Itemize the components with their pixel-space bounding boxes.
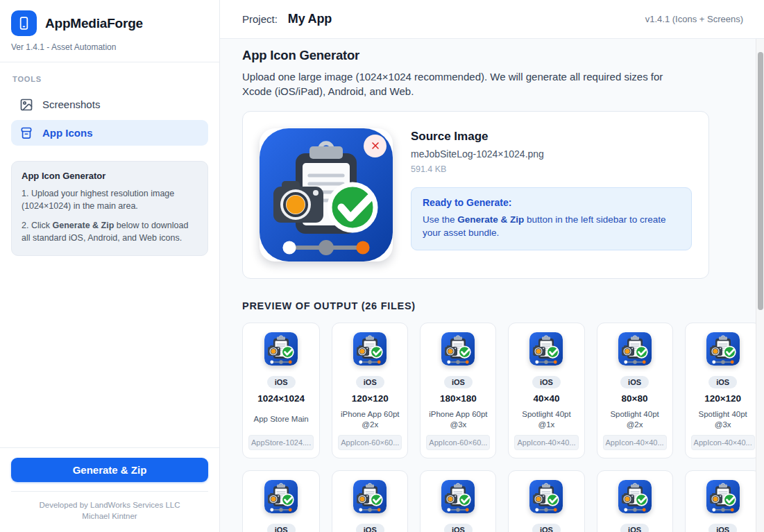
source-title: Source Image <box>411 130 692 144</box>
icon-purpose-label: Spotlight 40pt @1x <box>522 409 570 430</box>
app-icon-thumbnail <box>529 332 563 366</box>
icon-filename-chip: AppIcon-60×60... <box>338 435 402 450</box>
app-icon-thumbnail <box>618 332 652 366</box>
app-icon-thumbnail <box>264 332 298 366</box>
sidebar-item-label: Screenshots <box>42 98 100 110</box>
ready-title: Ready to Generate: <box>423 197 680 208</box>
platform-badge: iOS <box>708 376 737 388</box>
icon-filename-chip: AppIcon-60×60... <box>426 435 490 450</box>
preview-heading: PREVIEW OF OUTPUT (26 FILES) <box>242 300 733 311</box>
app-icon-image <box>441 332 475 366</box>
source-image-card: Source Image meJobSiteLog-1024×1024.png … <box>242 111 709 279</box>
project-label: Project: <box>242 13 278 25</box>
app-icon-image <box>264 332 298 366</box>
app-icon-thumbnail <box>706 332 740 366</box>
preview-card: iOS 80×80 Spotlight 40pt @2x AppIcon-40×… <box>597 323 673 458</box>
close-icon <box>370 140 381 151</box>
icon-purpose-label: iPhone App 60pt @2x <box>341 409 399 430</box>
app-icon-image <box>441 480 475 513</box>
app-icon-image <box>618 332 652 366</box>
platform-badge: iOS <box>267 376 296 388</box>
archive-icon <box>19 126 33 140</box>
app-icon-thumbnail <box>441 332 475 366</box>
sidebar-footer: Developed by LandWorks Services LLC Mich… <box>0 492 219 532</box>
preview-grid: iOS 1024×1024 App Store Main AppStore-10… <box>242 323 733 532</box>
ready-body: Use the Generate & Zip button in the lef… <box>423 213 672 240</box>
footer-developer: Developed by LandWorks Services LLC <box>11 499 208 511</box>
preview-card: iOS 180×180 iPhone App 60pt @3x AppIcon-… <box>420 323 496 458</box>
app-logo <box>11 10 37 36</box>
preview-card: iOS 120×120 iPhone App 60pt @2x AppIcon-… <box>332 323 408 458</box>
page-description: Upload one large image (1024×1024 recomm… <box>242 69 695 99</box>
app-icon-thumbnail <box>264 480 298 513</box>
sidebar-item-app-icons[interactable]: App Icons <box>11 120 208 146</box>
help-title: App Icon Generator <box>22 171 198 181</box>
remove-image-button[interactable] <box>364 135 387 157</box>
scrollbar-track[interactable] <box>756 39 764 532</box>
app-version-line: Ver 1.4.1 - Asset Automation <box>11 42 208 52</box>
ready-to-generate-box: Ready to Generate: Use the Generate & Zi… <box>411 187 692 250</box>
main-content: App Icon Generator Upload one large imag… <box>220 39 764 532</box>
image-icon <box>19 98 33 112</box>
sidebar-item-screenshots[interactable]: Screenshots <box>11 92 208 117</box>
app-icon-thumbnail <box>706 480 740 513</box>
platform-badge: iOS <box>356 376 384 388</box>
preview-card: iOS 29×29 <box>242 470 320 532</box>
source-filesize: 591.4 KB <box>411 164 692 174</box>
generate-zip-button[interactable]: Generate & Zip <box>11 458 208 482</box>
icon-size-label: 1024×1024 <box>257 393 305 404</box>
app-icon-thumbnail <box>529 480 563 513</box>
icon-size-label: 40×40 <box>534 393 560 404</box>
platform-badge: iOS <box>532 376 561 388</box>
sidebar-help-box: App Icon Generator 1. Upload your highes… <box>11 161 208 256</box>
icon-purpose-label: Spotlight 40pt @3x <box>698 409 747 430</box>
app-title: AppMediaForge <box>45 16 143 31</box>
footer-author: Michael Kintner <box>11 510 208 522</box>
platform-badge: iOS <box>267 524 296 532</box>
app-icon-thumbnail <box>353 332 387 366</box>
sidebar-nav: TOOLS Screenshots App Icons <box>0 62 219 154</box>
icon-purpose-label: Spotlight 40pt @2x <box>610 409 659 430</box>
source-image-preview <box>260 128 393 261</box>
preview-card: iOS 120×120 Spotlight 40pt @3x AppIcon-4… <box>685 323 761 458</box>
source-info: Source Image meJobSiteLog-1024×1024.png … <box>411 128 692 261</box>
platform-badge: iOS <box>444 524 473 532</box>
app-icon-image <box>529 332 563 366</box>
app-icon-thumbnail <box>353 480 387 513</box>
app-icon-image <box>529 480 563 513</box>
source-filename: meJobSiteLog-1024×1024.png <box>411 148 692 160</box>
app-icon-thumbnail <box>441 480 475 513</box>
preview-card: iOS 87×87 <box>420 470 496 532</box>
preview-card: iOS 40×40 Spotlight 40pt @1x AppIcon-40×… <box>508 323 584 458</box>
icon-filename-chip: AppStore-1024.... <box>248 435 314 450</box>
platform-badge: iOS <box>356 524 384 532</box>
preview-card: iOS 20×20 <box>508 470 584 532</box>
preview-card: iOS 40×40 <box>597 470 673 532</box>
icon-size-label: 120×120 <box>352 393 389 404</box>
main-area: Project: My App v1.4.1 (Icons + Screens)… <box>220 0 764 532</box>
icon-size-label: 180×180 <box>440 393 477 404</box>
project-name: My App <box>288 12 332 26</box>
help-step-1: 1. Upload your highest resolution image … <box>22 187 198 212</box>
icon-purpose-label: iPhone App 60pt @3x <box>429 409 487 430</box>
app-icon-image <box>618 480 652 513</box>
smartphone-icon <box>17 16 31 31</box>
app-icon-image <box>706 332 740 366</box>
main-header: Project: My App v1.4.1 (Icons + Screens) <box>220 0 764 39</box>
sidebar-item-label: App Icons <box>42 127 93 139</box>
icon-filename-chip: AppIcon-40×40... <box>514 435 578 450</box>
preview-card: iOS 1024×1024 App Store Main AppStore-10… <box>242 323 320 458</box>
help-step-2: 2. Click Generate & Zip below to downloa… <box>22 219 198 244</box>
platform-badge: iOS <box>444 376 473 388</box>
icon-filename-chip: AppIcon-40×40... <box>691 435 755 450</box>
version-badge: v1.4.1 (Icons + Screens) <box>645 14 743 24</box>
scrollbar-thumb[interactable] <box>758 52 763 310</box>
preview-card: iOS 60×60 <box>685 470 761 532</box>
app-icon-thumbnail <box>618 480 652 513</box>
page-title: App Icon Generator <box>242 48 733 63</box>
platform-badge: iOS <box>620 524 649 532</box>
icon-purpose-label: App Store Main <box>253 409 308 430</box>
sidebar: AppMediaForge Ver 1.4.1 - Asset Automati… <box>0 0 220 532</box>
tools-section-label: TOOLS <box>12 75 208 83</box>
icon-filename-chip: AppIcon-40×40... <box>603 435 667 450</box>
